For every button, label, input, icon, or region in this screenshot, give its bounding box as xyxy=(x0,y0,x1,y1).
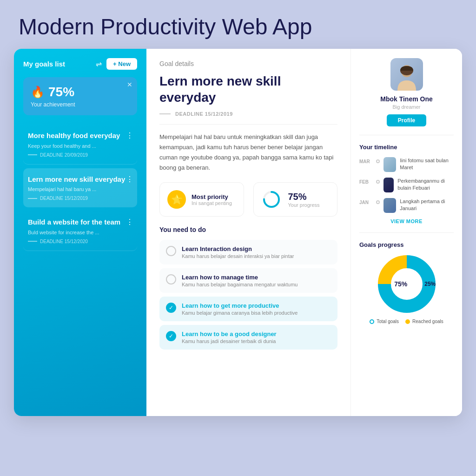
goal-menu-icon-2[interactable]: ⋮ xyxy=(126,218,133,226)
task-item-0: Learn Interaction design Kamu harus bela… xyxy=(159,240,337,264)
close-icon[interactable]: ✕ xyxy=(127,81,132,88)
task-title-3: Learn how to be a good designer xyxy=(182,331,277,337)
sidebar-header: My goals list ⇌ + New xyxy=(23,58,137,70)
timeline-month-2: JAN xyxy=(359,198,372,205)
donut-chart: 75% 25% xyxy=(359,254,454,314)
task-item-3: ✓ Learn how to be a good designer Kamu h… xyxy=(159,325,337,350)
task-desc-1: Kamu harus belajar bagaimana mengatur wa… xyxy=(182,282,298,287)
avatar xyxy=(390,58,423,91)
progress-card: 75% Your progress xyxy=(253,182,338,217)
goals-progress-section: Goals progress 75% 25% Total goals xyxy=(359,241,454,324)
deadline-text-0: DEADLINE 20/09/2019 xyxy=(40,152,88,158)
timeline-dot-0 xyxy=(376,159,380,163)
priority-label: Most priority xyxy=(192,193,232,200)
goal-item-2[interactable]: Build a website for the team Buld websit… xyxy=(23,211,137,251)
timeline-thumb-1 xyxy=(383,178,394,192)
donut-75-label: 75% xyxy=(394,280,407,288)
timeline-dot-1 xyxy=(376,180,380,184)
goal-desc-0: Keep your food healthy and ... xyxy=(28,143,132,149)
task-item-2: ✓ Learn how to get more productive Kamu … xyxy=(159,297,337,321)
timeline-title: Your timeline xyxy=(359,144,454,151)
achievement-label: Your achievement xyxy=(31,101,130,108)
timeline-item-2: JAN Langkah pertama di Januari xyxy=(359,198,454,213)
app-container: My goals list ⇌ + New ✕ 🔥 75% Your achie… xyxy=(14,49,462,416)
goal-details-title: Lern more new skill everyday xyxy=(159,73,337,106)
task-checkbox-1[interactable] xyxy=(166,274,176,284)
priority-sub: Ini sangat penting xyxy=(192,200,232,206)
achievement-percent-value: 75% xyxy=(48,85,74,99)
chart-legend: Total goals Reached goals xyxy=(359,319,454,324)
timeline-dot-2 xyxy=(376,200,380,204)
timeline-section: Your timeline MAR Iini fotomu saat bulan… xyxy=(359,144,454,233)
legend-dot-total xyxy=(370,319,374,324)
goal-item-0[interactable]: More healthy food everyday Keep your foo… xyxy=(23,125,137,165)
deadline-text-1: DEADLINE 15/12/2019 xyxy=(40,196,88,201)
goals-progress-title: Goals progress xyxy=(359,241,454,248)
task-checkbox-3[interactable]: ✓ xyxy=(166,331,176,341)
progress-percent: 75% xyxy=(288,192,320,202)
deadline-text-2: DEADLINE 15/12/2020 xyxy=(40,239,88,244)
timeline-thumb-2 xyxy=(383,198,396,213)
task-desc-0: Kamu harus belajar desain interaksi ya b… xyxy=(182,253,294,259)
goal-meta: ⭐ Most priority Ini sangat penting 75% Y… xyxy=(159,182,337,217)
goal-description: Mempelajari hal hal baru untuk meningkat… xyxy=(159,132,337,173)
new-button[interactable]: + New xyxy=(106,58,137,70)
legend-total-label: Total goals xyxy=(377,319,399,324)
profile-section: Mbok Tinem One Big dreamer Profile xyxy=(359,58,454,135)
donut-25-label: 25% xyxy=(424,281,436,287)
sidebar: My goals list ⇌ + New ✕ 🔥 75% Your achie… xyxy=(14,49,146,416)
task-checkbox-0[interactable] xyxy=(166,246,176,256)
goal-menu-icon-1[interactable]: ⋮ xyxy=(126,175,133,184)
timeline-month-1: FEB xyxy=(359,178,372,185)
sidebar-title: My goals list xyxy=(23,60,65,68)
goal-deadline-main: DEADLINE 15/12/2019 xyxy=(159,111,337,125)
timeline-text-1: Perkembanganmu di bulain Febuari xyxy=(397,178,454,192)
title-bold: Modern Productivity xyxy=(19,14,216,39)
goal-item-1[interactable]: Lern more new skill everyday Mempelajari… xyxy=(23,168,137,208)
timeline-item-0: MAR Iini fotomu saat bulan Maret xyxy=(359,157,454,172)
view-more-button[interactable]: VIEW MORE xyxy=(359,218,454,224)
page-title-area: Modern Productivity Web App xyxy=(0,0,476,49)
priority-card: ⭐ Most priority Ini sangat penting xyxy=(159,182,244,217)
goal-deadline-main-text: DEADLINE 15/12/2019 xyxy=(175,111,233,117)
task-title-2: Learn how to get more productive xyxy=(182,302,298,309)
legend-reached-label: Reached goals xyxy=(412,319,443,324)
goal-menu-icon-0[interactable]: ⋮ xyxy=(126,131,133,140)
achievement-percent: 🔥 75% xyxy=(31,85,130,99)
goal-title-1: Lern more new skill everyday xyxy=(28,175,132,184)
profile-role: Big dreamer xyxy=(359,104,454,110)
legend-dot-reached xyxy=(405,319,410,324)
filter-icon[interactable]: ⇌ xyxy=(96,60,102,68)
goal-title-0: More healthy food everyday xyxy=(28,131,132,140)
task-desc-3: Kamu harus jadi desainer terbaik di duni… xyxy=(182,338,277,344)
task-item-1: Learn how to manage time Kamu harus bela… xyxy=(159,268,337,293)
task-title-0: Learn Interaction design xyxy=(182,245,294,252)
timeline-item-1: FEB Perkembanganmu di bulain Febuari xyxy=(359,178,454,192)
goal-deadline-2: DEADLINE 15/12/2020 xyxy=(28,239,132,244)
star-icon: ⭐ xyxy=(167,190,186,209)
progress-circle: 75% Your progress xyxy=(261,189,320,210)
goal-desc-1: Mempelajari hal hal baru ya ... xyxy=(28,186,132,192)
legend-total: Total goals xyxy=(370,319,399,324)
timeline-month-0: MAR xyxy=(359,157,372,164)
timeline-text-0: Iini fotomu saat bulan Maret xyxy=(400,157,454,172)
right-panel: Mbok Tinem One Big dreamer Profile Your … xyxy=(350,49,462,416)
legend-reached: Reached goals xyxy=(405,319,443,324)
goal-deadline-0: DEADLINE 20/09/2019 xyxy=(28,152,132,158)
achievement-card: ✕ 🔥 75% Your achievement xyxy=(23,77,137,115)
task-checkbox-2[interactable]: ✓ xyxy=(166,303,176,313)
main-content: Goal details Lern more new skill everyda… xyxy=(146,49,350,416)
goal-desc-2: Buld website for increase the ... xyxy=(28,230,132,235)
task-title-1: Learn how to manage time xyxy=(182,274,298,281)
timeline-thumb-0 xyxy=(383,157,396,172)
goal-deadline-1: DEADLINE 15/12/2019 xyxy=(28,196,132,201)
goal-details-label: Goal details xyxy=(159,60,337,67)
sidebar-header-right: ⇌ + New xyxy=(96,58,137,70)
profile-name: Mbok Tinem One xyxy=(359,95,454,103)
progress-label: Your progress xyxy=(288,202,320,208)
goal-title-2: Build a website for the team xyxy=(28,218,132,227)
title-light: Web App xyxy=(222,14,312,39)
fire-icon: 🔥 xyxy=(31,86,45,99)
task-desc-2: Kamu belajar gimana caranya bisa lebih p… xyxy=(182,310,298,316)
profile-button[interactable]: Profile xyxy=(387,114,426,126)
